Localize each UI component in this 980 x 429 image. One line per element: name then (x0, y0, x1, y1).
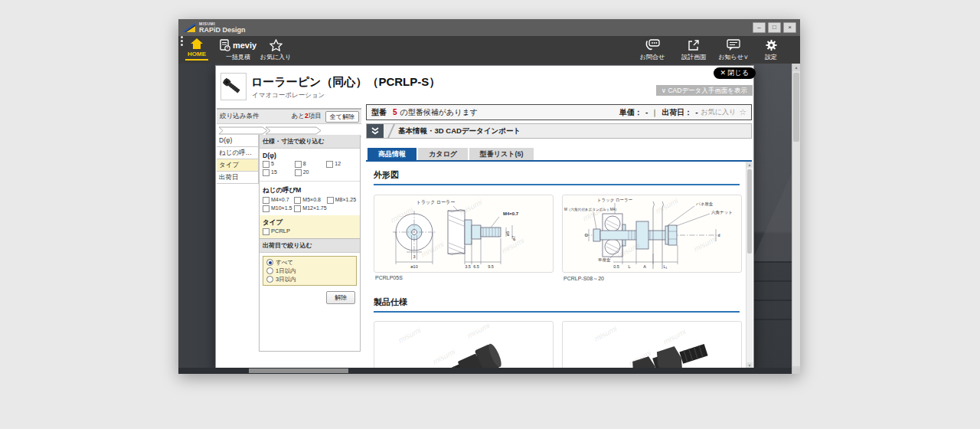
dialog-main: 型番 5 の型番候補があります 単価：- ｜ 出荷日：- お気に入り ☆ (366, 104, 753, 368)
checkbox-d-5[interactable]: 5 (263, 161, 295, 168)
checkbox-m4[interactable]: M4×0.7 (263, 197, 294, 204)
radio-icon (266, 276, 273, 283)
minimize-button[interactable]: – (753, 22, 766, 33)
misumi-logo-icon: MISUMI RAPiD Design (182, 22, 246, 34)
shipdate-radio-group: すべて 1日以内 3日以内 (263, 256, 357, 286)
background-stripe (751, 300, 792, 301)
radio-3day[interactable]: 3日以内 (266, 275, 353, 283)
checkbox-d-15[interactable]: 15 (263, 169, 295, 176)
checkbox-m10[interactable]: M10×1.5 (263, 205, 294, 212)
basic-info-label: 基本情報・3D CADデータインポート (398, 126, 521, 136)
radio-icon (266, 267, 273, 274)
section-outline-rule (374, 184, 740, 185)
checkbox-d-8[interactable]: 8 (295, 161, 327, 168)
meviy-wordmark: meviy (233, 41, 256, 50)
section-spec-title: 製品仕様 (374, 296, 407, 308)
home-icon (191, 38, 203, 49)
radio-1day[interactable]: 1日以内 (266, 267, 353, 275)
nav-favorites[interactable]: お気に入り (263, 39, 289, 61)
nav-settings[interactable]: 設定 (757, 39, 785, 61)
product-thumbnail (220, 73, 247, 100)
nav-notice[interactable]: お知らせ∨ (716, 39, 751, 61)
technical-drawing-pcrlp-s: トラック ローラー M（六角穴付きボタンボルトMA） バネ座金 六角ナット 平座… (563, 195, 741, 272)
nav-meviy[interactable]: meviy 一括見積 (218, 39, 258, 61)
checkbox-m5[interactable]: M5×0.8 (294, 197, 326, 204)
maximize-button[interactable]: □ (768, 22, 781, 33)
drawing-label: 六角ナット (711, 210, 733, 215)
nav-bar: HOME meviy 一括見積 お気に入り (178, 36, 800, 64)
filter-header-label: 絞り込み条件 (220, 112, 259, 121)
candidate-message: の型番候補があります (400, 107, 478, 118)
background-stripe (751, 319, 792, 320)
home-active-underline (185, 59, 208, 61)
filter-nav-thread[interactable]: ねじの呼… (217, 147, 259, 159)
product-photo-1: misumi misumi misumi (374, 321, 554, 368)
checkbox-pcrlp[interactable]: PCRLP (260, 228, 360, 235)
drawing-card: misumi misumi misumi misumi (374, 195, 554, 273)
checkbox-icon (263, 161, 270, 168)
scrollbar-corner (792, 368, 800, 374)
cad-button-label: CADデータ入手画面を表示 (668, 87, 747, 94)
progress-chevrons-icon (218, 126, 333, 135)
background-stripe (751, 261, 792, 263)
dim-text: 3 (413, 254, 415, 259)
checkbox-icon (263, 205, 270, 212)
section-spec-rule (374, 311, 740, 313)
radio-icon-selected (266, 259, 273, 266)
misumi-flag-icon (182, 22, 196, 33)
tab-catalog[interactable]: カタログ (418, 148, 468, 160)
nav-contact[interactable]: お問合せ (636, 39, 668, 61)
content-scrollbar[interactable]: ▲ ▼ (746, 162, 753, 368)
checkbox-d-20[interactable]: 20 (295, 169, 327, 176)
nav-home[interactable]: HOME (185, 38, 209, 61)
vertical-scrollbar[interactable]: ▲ ▼ (792, 64, 800, 374)
favorite-star-icon[interactable]: ☆ (739, 107, 746, 117)
dim-text: 6.5 (473, 264, 479, 269)
contact-phone-icon (645, 39, 660, 51)
d-group-label: D(φ) (260, 149, 360, 160)
title-bar: MISUMI RAPiD Design – □ × (178, 19, 800, 36)
brand-text: MISUMI RAPiD Design (199, 22, 246, 34)
cad-data-button[interactable]: ∨ CADデータ入手画面を表示 (656, 85, 753, 96)
scroll-thumb[interactable] (747, 169, 752, 254)
outline-drawing-2: misumi misumi misumi misumi (562, 195, 742, 283)
product-title: ローラーピン（同心）（PCRLP-S） (251, 75, 440, 90)
scroll-thumb[interactable] (793, 73, 799, 142)
filter-sidebar: 絞り込み条件 あと2項目 全て解除 D(φ) ねじの呼… タイプ 出荷日 (217, 108, 361, 137)
dim-text: L₁ (664, 264, 668, 269)
app-window: MISUMI RAPiD Design – □ × HOME (178, 19, 800, 374)
window-controls: – □ × (753, 22, 796, 33)
close-window-button[interactable]: × (783, 22, 796, 33)
filter-nav-type[interactable]: タイプ (217, 159, 259, 172)
scroll-up-arrow[interactable]: ▲ (792, 64, 800, 71)
tab-content: 外形図 misumi misumi misumi misumi (366, 162, 752, 368)
radio-all[interactable]: すべて (266, 258, 353, 267)
nav-home-label: HOME (188, 51, 206, 57)
tab-part-list[interactable]: 型番リスト(5) (469, 148, 534, 160)
checkbox-icon (263, 228, 270, 235)
dim-text: L (628, 264, 630, 269)
basic-info-bar[interactable]: 基本情報・3D CADデータインポート (366, 123, 752, 139)
candidate-count: 5 (393, 108, 397, 116)
filter-nav-shipdate[interactable]: 出荷日 (217, 172, 259, 184)
dim-text: A (643, 264, 646, 269)
drawing-card: misumi misumi misumi misumi (562, 195, 742, 273)
clear-all-button[interactable]: 全て解除 (325, 111, 359, 123)
dialog-close-button[interactable]: ✕ 閉じる (714, 67, 756, 79)
nav-design-screen[interactable]: 設計画面 (678, 39, 710, 61)
clear-filter-button[interactable]: 解除 (326, 291, 355, 304)
horizontal-scrollbar[interactable] (178, 368, 792, 374)
more-menu-kebab-icon[interactable] (178, 36, 185, 46)
checkbox-icon (263, 169, 270, 176)
checkbox-m12[interactable]: M12×1.75 (294, 205, 326, 212)
type-section: タイプ PCRLP (260, 215, 360, 238)
scroll-up-arrow[interactable]: ▲ (746, 162, 753, 168)
tab-product-info[interactable]: 商品情報 (368, 148, 416, 160)
external-link-icon (688, 39, 700, 51)
checkbox-d-12[interactable]: 12 (326, 161, 358, 168)
filter-nav-d[interactable]: D(φ) (217, 135, 259, 147)
product-dialog: ✕ 閉じる ∨ CADデータ入手画面を表示 (215, 65, 754, 369)
checkbox-icon (327, 197, 334, 204)
checkbox-m8[interactable]: M8×1.25 (327, 197, 358, 204)
horizontal-scroll-thumb[interactable] (249, 368, 348, 373)
